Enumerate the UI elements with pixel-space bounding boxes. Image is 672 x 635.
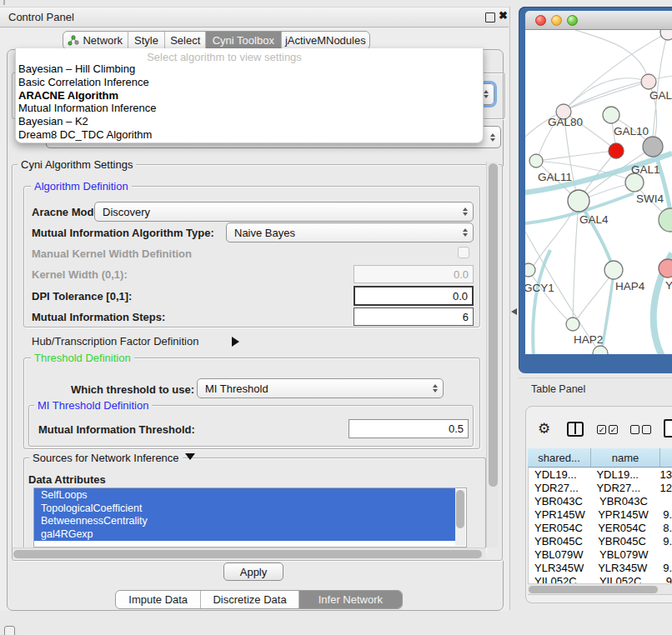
network-node-hap2[interactable] (566, 318, 579, 331)
sources-collapse-arrow-icon[interactable] (185, 453, 195, 460)
zoom-traffic-light[interactable] (567, 15, 578, 26)
list-item-gal4rgexp[interactable]: gal4RGexp (34, 528, 455, 541)
mi-steps-label: Mutual Information Steps: (32, 311, 165, 323)
cell-extra (662, 495, 666, 508)
settings-vscrollbar-track[interactable] (486, 162, 499, 548)
table-body[interactable]: YDL19...YDL19...13 YDR27...YDR27...12 YB… (528, 468, 672, 583)
network-node-hap4[interactable] (604, 261, 623, 279)
tab-impute-data[interactable]: Impute Data (116, 591, 200, 608)
mi-algorithm-type-combo[interactable]: Naive Bayes (226, 222, 474, 242)
minimize-traffic-light[interactable] (551, 15, 562, 26)
cell-extra: 9 (662, 575, 672, 583)
control-panel-window: Control Panel ✖ Network Style Select Cyn… (0, 7, 509, 611)
select-all-columns-icon[interactable]: ✓ ✓ (597, 425, 618, 434)
manual-kernel-width-checkbox[interactable] (458, 247, 469, 258)
list-item-topologicalcoefficient[interactable]: TopologicalCoefficient (34, 502, 455, 515)
network-node-red[interactable] (609, 143, 624, 158)
dropdown-item-bayesian-hill-climbing[interactable]: Bayesian – Hill Climbing (18, 62, 156, 76)
data-attributes-list[interactable]: SelfLoops TopologicalCoefficient Between… (33, 488, 467, 548)
tab-network[interactable]: Network (63, 32, 128, 49)
column-header-name[interactable]: name (591, 448, 660, 468)
node-label: GAL10 (614, 125, 649, 138)
network-graph: GAL GAL80 GAL10 GAL11 GAL1 SWI4 GAL4 GCY… (525, 30, 672, 354)
collapsed-panel-icon[interactable] (4, 626, 15, 635)
table-row[interactable]: YDR27...YDR27...12 (529, 482, 672, 495)
table-row[interactable]: YBR043CYBR043C (529, 495, 672, 508)
tab-style[interactable]: Style (128, 32, 165, 49)
dropdown-item-bayesian-k2[interactable]: Bayesian – K2 (18, 115, 156, 128)
close-icon[interactable]: ✖ (499, 9, 508, 22)
settings-hscrollbar-thumb[interactable] (13, 550, 482, 558)
tab-jactivemnodules[interactable]: jActiveMNodules (281, 32, 369, 49)
network-node-gal-pink[interactable] (641, 74, 656, 89)
network-window-titlebar[interactable] (525, 11, 672, 30)
aracne-mode-combo[interactable]: Discovery (94, 202, 474, 222)
network-node-swi4[interactable] (659, 208, 672, 232)
document-icon[interactable] (664, 419, 672, 438)
tab-discretize-data[interactable]: Discretize Data (200, 591, 298, 608)
dropdown-item-mutual-information[interactable]: Mutual Information Inference (18, 102, 156, 115)
list-scrollbar-track[interactable] (455, 489, 465, 546)
table-row[interactable]: YPR145WYPR145W9. (529, 508, 672, 522)
tab-cyni-toolbox[interactable]: Cyni Toolbox (205, 32, 281, 49)
list-scrollbar-thumb[interactable] (456, 490, 464, 528)
table-row[interactable]: YER054CYER054C8. (529, 522, 672, 535)
network-node-gal1[interactable] (625, 173, 644, 192)
deselect-all-columns-icon[interactable] (630, 425, 651, 434)
table-row[interactable]: YLR345WYLR345W9. (529, 562, 672, 575)
network-node-gal4[interactable] (568, 190, 589, 212)
mi-threshold-label: Mutual Information Threshold: (38, 423, 195, 436)
cell-extra: 12 (656, 482, 672, 495)
network-node-gal11[interactable] (529, 154, 543, 168)
table-row[interactable]: YIL052CYIL052C9 (529, 575, 672, 583)
network-node-salmon[interactable] (659, 259, 672, 278)
which-threshold-combo[interactable]: MI Threshold (197, 378, 444, 398)
combo-stepper-icon (490, 127, 495, 148)
cell-shared: YBR045C (529, 535, 591, 548)
network-node-top-partial[interactable] (660, 30, 672, 40)
tab-select[interactable]: Select (164, 32, 205, 49)
node-label: GAL11 (538, 171, 572, 183)
node-label: SWI4 (636, 192, 664, 205)
network-canvas[interactable]: GAL GAL80 GAL10 GAL11 GAL1 SWI4 GAL4 GCY… (525, 30, 672, 354)
panel-divider[interactable] (509, 7, 510, 610)
settings-hscrollbar-track[interactable] (13, 548, 486, 559)
mi-threshold-field[interactable]: 0.5 (349, 419, 469, 438)
columns-icon[interactable] (567, 422, 584, 437)
dropdown-item-basic-correlation[interactable]: Basic Correlation Inference (18, 76, 156, 89)
column-header-shared[interactable]: shared... (528, 448, 591, 468)
cell-name: YBL079W (593, 548, 662, 562)
settings-vscrollbar-thumb[interactable] (489, 163, 498, 487)
cell-shared: YIL052C (529, 575, 593, 583)
dropdown-item-dream8[interactable]: Dream8 DC_TDC Algorithm (18, 128, 156, 142)
table-row[interactable]: YDL19...YDL19...13 (529, 468, 672, 482)
table-hscrollbar-track[interactable] (528, 583, 672, 594)
list-item-selfloops[interactable]: SelfLoops (34, 488, 455, 502)
table-row[interactable]: YBL079WYBL079W (529, 548, 672, 562)
cyni-bottom-tabs: Impute Data Discretize Data Infer Networ… (115, 590, 403, 609)
column-header-extra[interactable] (660, 448, 672, 468)
control-panel-tabs: Network Style Select Cyni Toolbox jActiv… (63, 31, 370, 50)
gear-icon[interactable]: ⚙ (538, 420, 550, 437)
table-hscrollbar-thumb[interactable] (529, 586, 658, 593)
cell-name: YBR045C (591, 535, 659, 548)
tab-infer-network[interactable]: Infer Network (298, 591, 402, 608)
dropdown-item-aracne[interactable]: ARACNE Algorithm (18, 89, 156, 102)
network-node-gcy1[interactable] (525, 263, 535, 277)
table-row[interactable]: YBR045CYBR045C9. (529, 535, 672, 548)
network-node-gal10[interactable] (603, 107, 619, 123)
threshold-definition-title: Threshold Definition (31, 352, 134, 364)
network-node-bottom-partial[interactable] (593, 346, 608, 354)
close-traffic-light[interactable] (535, 15, 546, 26)
dpi-tolerance-field[interactable]: 0.0 (354, 286, 474, 306)
list-item-betweennesscentrality[interactable]: BetweennessCentrality (34, 515, 455, 528)
kernel-width-label: Kernel Width (0,1): (32, 268, 128, 281)
cell-extra (662, 548, 666, 562)
float-icon[interactable] (485, 12, 495, 22)
network-node-gray[interactable] (643, 137, 663, 157)
hub-expand-arrow-icon[interactable] (232, 337, 239, 347)
kernel-width-field[interactable]: 0.0 (354, 265, 474, 283)
table-panel-divider (519, 378, 672, 378)
mi-steps-field[interactable]: 6 (354, 308, 474, 326)
apply-button[interactable]: Apply (223, 562, 283, 581)
